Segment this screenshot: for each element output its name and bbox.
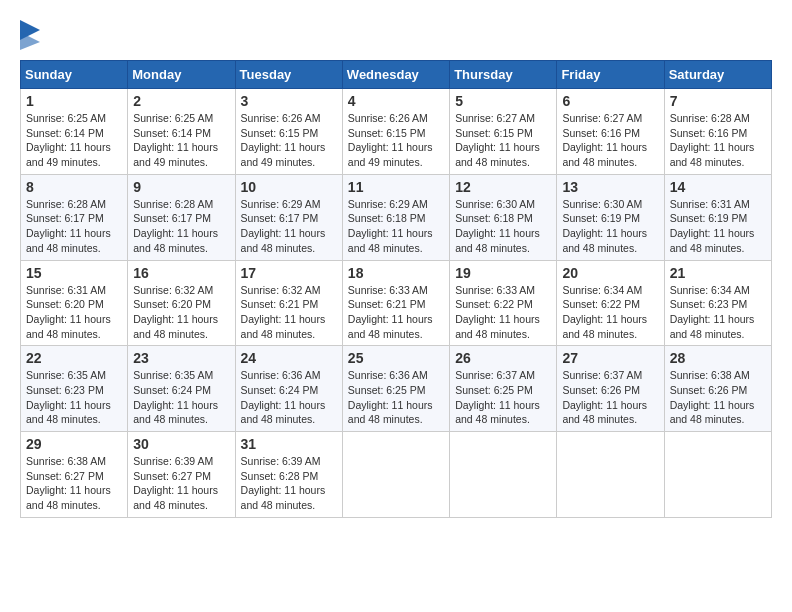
calendar-cell: 29 Sunrise: 6:38 AM Sunset: 6:27 PM Dayl… [21, 432, 128, 518]
calendar-cell: 4 Sunrise: 6:26 AM Sunset: 6:15 PM Dayli… [342, 89, 449, 175]
calendar-cell: 8 Sunrise: 6:28 AM Sunset: 6:17 PM Dayli… [21, 174, 128, 260]
day-number: 5 [455, 93, 551, 109]
day-number: 30 [133, 436, 229, 452]
day-number: 24 [241, 350, 337, 366]
day-info: Sunrise: 6:27 AM Sunset: 6:15 PM Dayligh… [455, 111, 551, 170]
day-info: Sunrise: 6:36 AM Sunset: 6:25 PM Dayligh… [348, 368, 444, 427]
day-info: Sunrise: 6:30 AM Sunset: 6:18 PM Dayligh… [455, 197, 551, 256]
day-info: Sunrise: 6:29 AM Sunset: 6:18 PM Dayligh… [348, 197, 444, 256]
calendar-week-1: 1 Sunrise: 6:25 AM Sunset: 6:14 PM Dayli… [21, 89, 772, 175]
calendar-cell [450, 432, 557, 518]
calendar-cell: 12 Sunrise: 6:30 AM Sunset: 6:18 PM Dayl… [450, 174, 557, 260]
day-info: Sunrise: 6:35 AM Sunset: 6:23 PM Dayligh… [26, 368, 122, 427]
calendar-cell: 5 Sunrise: 6:27 AM Sunset: 6:15 PM Dayli… [450, 89, 557, 175]
calendar-cell: 18 Sunrise: 6:33 AM Sunset: 6:21 PM Dayl… [342, 260, 449, 346]
calendar-cell: 17 Sunrise: 6:32 AM Sunset: 6:21 PM Dayl… [235, 260, 342, 346]
day-info: Sunrise: 6:27 AM Sunset: 6:16 PM Dayligh… [562, 111, 658, 170]
day-number: 12 [455, 179, 551, 195]
calendar-cell [557, 432, 664, 518]
calendar-header-wednesday: Wednesday [342, 61, 449, 89]
day-number: 11 [348, 179, 444, 195]
day-number: 13 [562, 179, 658, 195]
day-number: 29 [26, 436, 122, 452]
day-info: Sunrise: 6:32 AM Sunset: 6:20 PM Dayligh… [133, 283, 229, 342]
calendar-cell: 7 Sunrise: 6:28 AM Sunset: 6:16 PM Dayli… [664, 89, 771, 175]
day-info: Sunrise: 6:31 AM Sunset: 6:19 PM Dayligh… [670, 197, 766, 256]
day-number: 21 [670, 265, 766, 281]
calendar-week-5: 29 Sunrise: 6:38 AM Sunset: 6:27 PM Dayl… [21, 432, 772, 518]
calendar-cell: 25 Sunrise: 6:36 AM Sunset: 6:25 PM Dayl… [342, 346, 449, 432]
day-number: 14 [670, 179, 766, 195]
calendar-cell: 15 Sunrise: 6:31 AM Sunset: 6:20 PM Dayl… [21, 260, 128, 346]
day-info: Sunrise: 6:31 AM Sunset: 6:20 PM Dayligh… [26, 283, 122, 342]
day-number: 17 [241, 265, 337, 281]
day-number: 28 [670, 350, 766, 366]
calendar-cell: 16 Sunrise: 6:32 AM Sunset: 6:20 PM Dayl… [128, 260, 235, 346]
day-number: 15 [26, 265, 122, 281]
calendar-cell: 19 Sunrise: 6:33 AM Sunset: 6:22 PM Dayl… [450, 260, 557, 346]
day-info: Sunrise: 6:36 AM Sunset: 6:24 PM Dayligh… [241, 368, 337, 427]
calendar-cell [342, 432, 449, 518]
calendar-week-4: 22 Sunrise: 6:35 AM Sunset: 6:23 PM Dayl… [21, 346, 772, 432]
day-info: Sunrise: 6:38 AM Sunset: 6:27 PM Dayligh… [26, 454, 122, 513]
day-number: 2 [133, 93, 229, 109]
calendar-cell: 20 Sunrise: 6:34 AM Sunset: 6:22 PM Dayl… [557, 260, 664, 346]
calendar-cell: 9 Sunrise: 6:28 AM Sunset: 6:17 PM Dayli… [128, 174, 235, 260]
calendar-header-sunday: Sunday [21, 61, 128, 89]
day-info: Sunrise: 6:34 AM Sunset: 6:23 PM Dayligh… [670, 283, 766, 342]
day-number: 22 [26, 350, 122, 366]
calendar-header-row: SundayMondayTuesdayWednesdayThursdayFrid… [21, 61, 772, 89]
calendar-week-2: 8 Sunrise: 6:28 AM Sunset: 6:17 PM Dayli… [21, 174, 772, 260]
day-info: Sunrise: 6:35 AM Sunset: 6:24 PM Dayligh… [133, 368, 229, 427]
day-info: Sunrise: 6:38 AM Sunset: 6:26 PM Dayligh… [670, 368, 766, 427]
calendar-cell: 3 Sunrise: 6:26 AM Sunset: 6:15 PM Dayli… [235, 89, 342, 175]
day-number: 23 [133, 350, 229, 366]
calendar-header-friday: Friday [557, 61, 664, 89]
day-number: 3 [241, 93, 337, 109]
calendar-cell: 13 Sunrise: 6:30 AM Sunset: 6:19 PM Dayl… [557, 174, 664, 260]
calendar-cell: 2 Sunrise: 6:25 AM Sunset: 6:14 PM Dayli… [128, 89, 235, 175]
calendar-cell: 23 Sunrise: 6:35 AM Sunset: 6:24 PM Dayl… [128, 346, 235, 432]
day-info: Sunrise: 6:34 AM Sunset: 6:22 PM Dayligh… [562, 283, 658, 342]
day-info: Sunrise: 6:28 AM Sunset: 6:16 PM Dayligh… [670, 111, 766, 170]
day-number: 16 [133, 265, 229, 281]
calendar-cell: 11 Sunrise: 6:29 AM Sunset: 6:18 PM Dayl… [342, 174, 449, 260]
day-info: Sunrise: 6:28 AM Sunset: 6:17 PM Dayligh… [26, 197, 122, 256]
day-number: 4 [348, 93, 444, 109]
day-info: Sunrise: 6:39 AM Sunset: 6:28 PM Dayligh… [241, 454, 337, 513]
day-info: Sunrise: 6:33 AM Sunset: 6:21 PM Dayligh… [348, 283, 444, 342]
day-number: 7 [670, 93, 766, 109]
day-number: 19 [455, 265, 551, 281]
calendar-cell: 31 Sunrise: 6:39 AM Sunset: 6:28 PM Dayl… [235, 432, 342, 518]
day-number: 8 [26, 179, 122, 195]
day-info: Sunrise: 6:26 AM Sunset: 6:15 PM Dayligh… [348, 111, 444, 170]
day-number: 27 [562, 350, 658, 366]
calendar-week-3: 15 Sunrise: 6:31 AM Sunset: 6:20 PM Dayl… [21, 260, 772, 346]
calendar-header-monday: Monday [128, 61, 235, 89]
day-info: Sunrise: 6:29 AM Sunset: 6:17 PM Dayligh… [241, 197, 337, 256]
logo [20, 20, 44, 50]
calendar-cell: 6 Sunrise: 6:27 AM Sunset: 6:16 PM Dayli… [557, 89, 664, 175]
day-info: Sunrise: 6:25 AM Sunset: 6:14 PM Dayligh… [133, 111, 229, 170]
calendar-cell: 24 Sunrise: 6:36 AM Sunset: 6:24 PM Dayl… [235, 346, 342, 432]
calendar-cell: 22 Sunrise: 6:35 AM Sunset: 6:23 PM Dayl… [21, 346, 128, 432]
calendar-header-thursday: Thursday [450, 61, 557, 89]
page-header [20, 20, 772, 50]
calendar-cell [664, 432, 771, 518]
day-info: Sunrise: 6:37 AM Sunset: 6:25 PM Dayligh… [455, 368, 551, 427]
calendar-cell: 14 Sunrise: 6:31 AM Sunset: 6:19 PM Dayl… [664, 174, 771, 260]
day-number: 18 [348, 265, 444, 281]
calendar-cell: 21 Sunrise: 6:34 AM Sunset: 6:23 PM Dayl… [664, 260, 771, 346]
day-number: 6 [562, 93, 658, 109]
day-number: 9 [133, 179, 229, 195]
day-info: Sunrise: 6:32 AM Sunset: 6:21 PM Dayligh… [241, 283, 337, 342]
day-info: Sunrise: 6:26 AM Sunset: 6:15 PM Dayligh… [241, 111, 337, 170]
calendar-cell: 26 Sunrise: 6:37 AM Sunset: 6:25 PM Dayl… [450, 346, 557, 432]
logo-icon [20, 20, 40, 50]
day-info: Sunrise: 6:25 AM Sunset: 6:14 PM Dayligh… [26, 111, 122, 170]
day-number: 20 [562, 265, 658, 281]
calendar-cell: 28 Sunrise: 6:38 AM Sunset: 6:26 PM Dayl… [664, 346, 771, 432]
day-info: Sunrise: 6:33 AM Sunset: 6:22 PM Dayligh… [455, 283, 551, 342]
calendar-cell: 10 Sunrise: 6:29 AM Sunset: 6:17 PM Dayl… [235, 174, 342, 260]
calendar-table: SundayMondayTuesdayWednesdayThursdayFrid… [20, 60, 772, 518]
